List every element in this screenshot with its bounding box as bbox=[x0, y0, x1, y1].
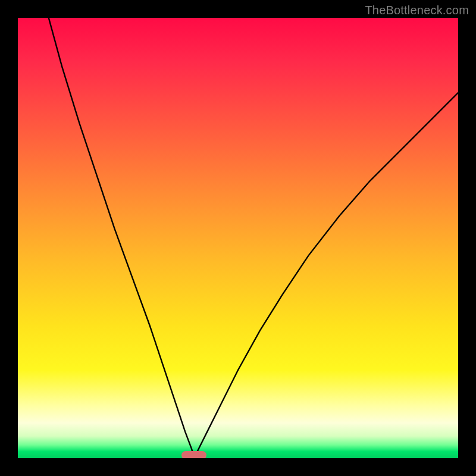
curve-left-branch bbox=[49, 18, 194, 458]
plot-area bbox=[18, 18, 458, 458]
bottleneck-curve bbox=[18, 18, 458, 458]
chart-frame: TheBottleneck.com bbox=[0, 0, 476, 476]
curve-right-branch bbox=[194, 93, 458, 458]
watermark-text: TheBottleneck.com bbox=[365, 4, 469, 17]
minimum-marker bbox=[181, 451, 206, 458]
